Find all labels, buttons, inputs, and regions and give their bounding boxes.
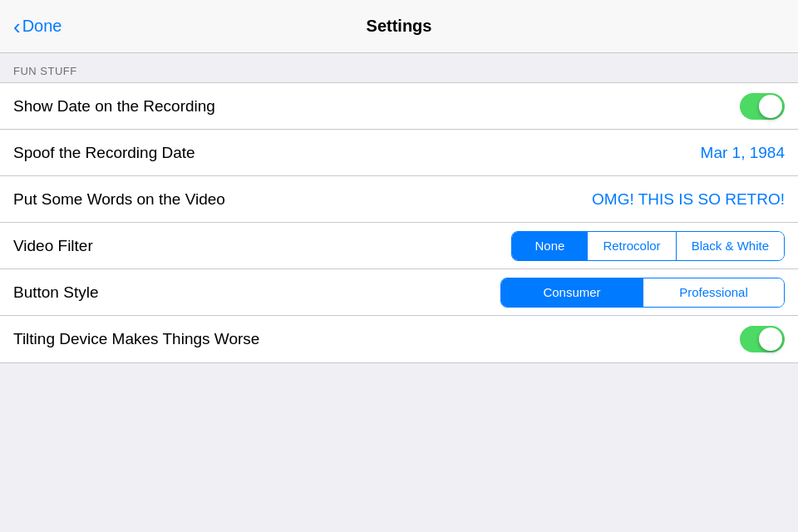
video-filter-bw-segment[interactable]: Black & White (676, 232, 784, 260)
tilting-device-toggle[interactable] (740, 326, 785, 352)
row-tilting-device: Tilting Device Makes Things Worse (0, 316, 798, 362)
section-header-fun-stuff: FUN STUFF (0, 53, 798, 82)
page-title: Settings (367, 17, 432, 36)
button-style-professional-segment[interactable]: Professional (643, 278, 784, 307)
spoof-date-value[interactable]: Mar 1, 1984 (701, 144, 785, 162)
nav-bar: ‹ Done Settings (0, 0, 798, 53)
row-show-date: Show Date on the Recording (0, 83, 798, 130)
toggle-knob (759, 95, 782, 118)
words-on-video-value[interactable]: OMG! THIS IS SO RETRO! (592, 190, 785, 209)
settings-list: Show Date on the Recording Spoof the Rec… (0, 82, 798, 363)
video-filter-segmented: None Retrocolor Black & White (511, 231, 785, 261)
back-chevron-icon: ‹ (13, 16, 21, 37)
button-style-label: Button Style (13, 283, 98, 302)
row-words-on-video: Put Some Words on the Video OMG! THIS IS… (0, 176, 798, 223)
tilting-device-label: Tilting Device Makes Things Worse (13, 330, 259, 348)
show-date-toggle[interactable] (740, 93, 785, 120)
back-button-label: Done (22, 17, 62, 36)
toggle-knob-2 (759, 328, 782, 351)
words-on-video-label: Put Some Words on the Video (13, 190, 225, 209)
row-spoof-date: Spoof the Recording Date Mar 1, 1984 (0, 130, 798, 176)
video-filter-retrocolor-segment[interactable]: Retrocolor (587, 232, 675, 260)
button-style-consumer-segment[interactable]: Consumer (501, 278, 643, 307)
done-button[interactable]: ‹ Done (13, 16, 62, 37)
row-button-style: Button Style Consumer Professional (0, 269, 798, 316)
row-video-filter: Video Filter None Retrocolor Black & Whi… (0, 223, 798, 269)
show-date-label: Show Date on the Recording (13, 97, 215, 116)
button-style-segmented: Consumer Professional (500, 278, 785, 308)
spoof-date-label: Spoof the Recording Date (13, 144, 195, 162)
video-filter-label: Video Filter (13, 237, 93, 255)
video-filter-none-segment[interactable]: None (512, 232, 587, 260)
